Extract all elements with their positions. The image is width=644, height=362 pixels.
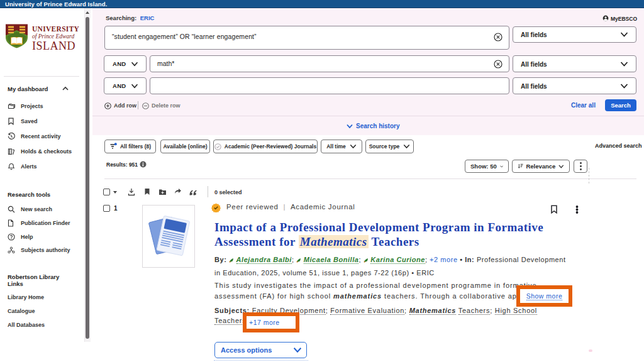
svg-text:of Prince Edward: of Prince Edward (32, 33, 74, 40)
svg-text:UNIVERSITY: UNIVERSITY (32, 25, 80, 33)
svg-text:ISLAND: ISLAND (32, 40, 75, 52)
